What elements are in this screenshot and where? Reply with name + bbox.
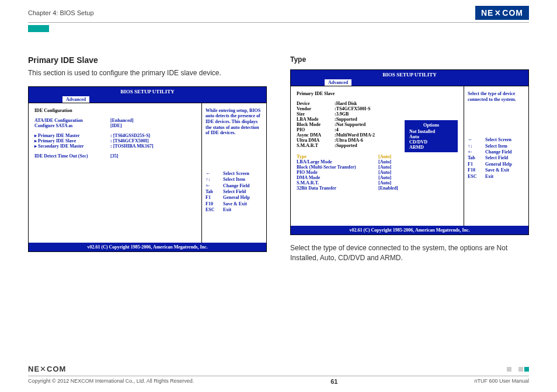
nav-key: ESCExit xyxy=(468,174,525,180)
subsection-title: Type xyxy=(290,55,529,64)
device-row: Device:Hard Disk xyxy=(297,101,458,106)
bios-tab-advanced[interactable]: Advanced xyxy=(325,79,351,86)
bios-help-text: While entering setup, BIOS auto detects … xyxy=(206,108,263,136)
tab-marker xyxy=(28,25,49,32)
setting-row[interactable]: PIO Mode[Auto] xyxy=(297,170,458,175)
nav-key: F10Save & Exit xyxy=(468,167,525,173)
footer-copyright: Copyright © 2012 NEXCOM International Co… xyxy=(28,378,194,385)
bios-row[interactable]: ▸ Primary IDE Slave: [TS46GCFX500I] xyxy=(34,138,196,144)
device-row: Vendor:TS4GCFX500I-S xyxy=(297,106,458,111)
nav-key: F10Save & Exit xyxy=(206,201,263,207)
nav-key: TabSelect Field xyxy=(206,189,263,195)
setting-row[interactable]: Type[Auto] xyxy=(297,154,458,159)
setting-row[interactable]: 32Bit Data Transfer[Enabled] xyxy=(297,186,458,191)
subsection-desc: Select the type of device connected to t… xyxy=(290,243,529,263)
bios-heading: Primary IDE Slave xyxy=(297,91,458,96)
popup-title: Options xyxy=(409,123,453,128)
bios-heading: IDE Configuration xyxy=(34,108,196,113)
page-number: 61 xyxy=(330,378,337,385)
bios-row[interactable]: IDE Detect Time Out (Sec)[35] xyxy=(34,153,196,159)
bios-title: BIOS SETUP UTILITY xyxy=(29,87,266,96)
options-popup[interactable]: Options Not InstalledAutoCD/DVDARMD xyxy=(403,119,459,153)
bios-screenshot-right: BIOS SETUP UTILITY Advanced Primary IDE … xyxy=(290,69,529,235)
nav-key: ←Select Screen xyxy=(206,171,263,177)
setting-row[interactable]: LBA/Large Mode[Auto] xyxy=(297,159,458,164)
manual-name: nTUF 600 User Manual xyxy=(474,378,529,385)
bios-copyright: v02.61 (C) Copyright 1985-2006, American… xyxy=(29,243,266,251)
bios-copyright: v02.61 (C) Copyright 1985-2006, American… xyxy=(291,226,528,235)
nav-key: TabSelect Field xyxy=(468,155,525,161)
nav-key: +-Change Field xyxy=(206,183,263,189)
nav-key: F1General Help xyxy=(206,195,263,201)
setting-row[interactable]: S.M.A.R.T.[Auto] xyxy=(297,180,458,186)
bios-row[interactable]: ▸ Secondary IDE Master: [TOSHIBA MK167] xyxy=(34,144,196,149)
device-row: Size:3.9GB xyxy=(297,111,458,117)
bios-row[interactable]: ▸ Primary IDE Master: [TS64GSSD25S-S] xyxy=(34,133,196,138)
setting-row[interactable]: Block (Multi-Sector Transfer)[Auto] xyxy=(297,164,458,170)
footer-squares-icon xyxy=(507,367,529,372)
nav-key: +-Change Field xyxy=(468,149,525,155)
nav-key: F1General Help xyxy=(468,162,525,167)
popup-option[interactable]: CD/DVD xyxy=(409,139,453,145)
nav-key: ←Select Screen xyxy=(468,137,525,143)
popup-option[interactable]: Auto xyxy=(409,134,453,139)
bios-screenshot-left: BIOS SETUP UTILITY Advanced IDE Configur… xyxy=(28,86,267,252)
bios-help-text: Select the type of device connected to t… xyxy=(468,91,525,102)
nav-key: ↑↓Select Item xyxy=(468,144,525,149)
chapter-title: Chapter 4: BIOS Setup xyxy=(28,9,94,16)
bios-tab-advanced[interactable]: Advanced xyxy=(62,96,89,103)
nav-key: ↑↓Select Item xyxy=(206,177,263,183)
bios-title: BIOS SETUP UTILITY xyxy=(291,70,528,79)
footer-logo: NE✕COM xyxy=(28,365,66,373)
bios-row[interactable]: ATA/IDE Configuration[Enhanced] xyxy=(34,118,196,123)
nav-key: ESCExit xyxy=(206,207,263,213)
section-desc: This section is used to configure the pr… xyxy=(28,68,267,78)
popup-option[interactable]: ARMD xyxy=(409,145,453,150)
popup-option[interactable]: Not Installed xyxy=(409,129,453,134)
brand-logo: NE✕COM xyxy=(475,6,529,20)
setting-row[interactable]: DMA Mode[Auto] xyxy=(297,175,458,180)
bios-row[interactable]: Configure SATA as[IDE] xyxy=(34,123,196,128)
section-title: Primary IDE Slave xyxy=(28,55,267,65)
